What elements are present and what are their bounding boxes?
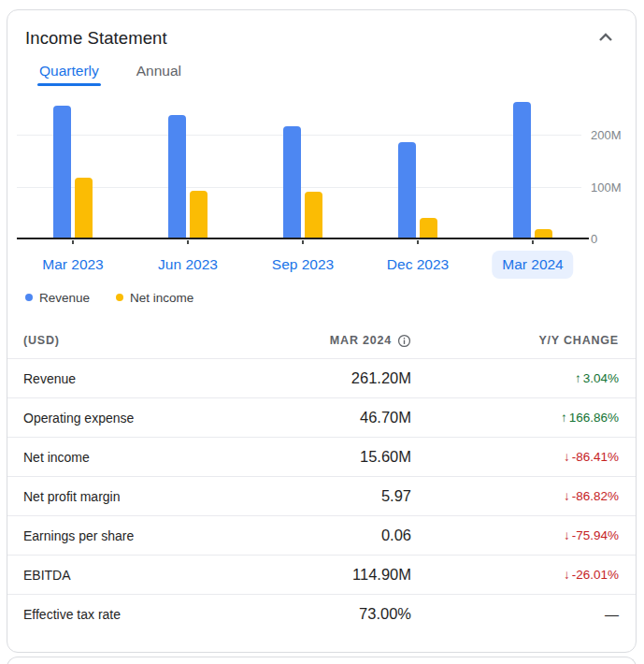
change-value: -86.41% — [572, 450, 619, 464]
info-icon[interactable] — [397, 334, 411, 348]
row-change: ↓-86.41% — [411, 450, 619, 464]
x-axis-tick — [187, 240, 189, 244]
row-label: Operating expense — [23, 411, 234, 426]
row-change: ↓-86.82% — [411, 489, 619, 503]
row-value: 15.60M — [234, 448, 411, 466]
chevron-up-icon — [598, 32, 613, 46]
change-value: 166.86% — [569, 411, 619, 425]
change-value: — — [605, 606, 619, 622]
x-axis-label-mar-2023[interactable]: Mar 2023 — [32, 251, 113, 279]
row-label: Effective tax rate — [23, 607, 234, 622]
row-change: ↑166.86% — [411, 411, 619, 425]
arrow-down-icon: ↓ — [564, 450, 570, 464]
chart-legend: RevenueNet income — [25, 287, 636, 308]
arrow-up-icon: ↑ — [575, 371, 581, 385]
collapse-button[interactable] — [596, 30, 615, 48]
change-value: 3.04% — [583, 371, 619, 385]
bar-revenue-mar-2023[interactable] — [53, 106, 71, 238]
legend-item-revenue: Revenue — [25, 291, 90, 305]
table-row-effective-tax-rate: Effective tax rate73.00%— — [7, 594, 636, 633]
row-value: 5.97 — [234, 487, 411, 505]
row-label: Earnings per share — [23, 528, 234, 543]
row-label: Net income — [23, 450, 234, 465]
tab-quarterly[interactable]: Quarterly — [37, 63, 101, 86]
row-value: 261.20M — [234, 369, 411, 387]
legend-label: Net income — [130, 291, 193, 305]
y-axis-label-100M: 100M — [591, 180, 634, 195]
bar-revenue-sep-2023[interactable] — [283, 126, 301, 238]
card-title: Income Statement — [25, 28, 167, 49]
legend-dot-icon — [116, 294, 123, 301]
x-axis-label-dec-2023[interactable]: Dec 2023 — [377, 251, 459, 279]
table-header-row: (USD) MAR 2024 Y/Y CHANGE — [7, 323, 636, 358]
period-tabs: Quarterly Annual — [37, 63, 636, 86]
bar-revenue-dec-2023[interactable] — [398, 142, 416, 238]
table-row-net-profit-margin: Net profit margin5.97↓-86.82% — [7, 476, 636, 515]
x-axis-baseline — [17, 238, 589, 239]
x-axis-label-jun-2023[interactable]: Jun 2023 — [148, 251, 228, 279]
x-axis-label-sep-2023[interactable]: Sep 2023 — [262, 251, 344, 279]
change-value: -86.82% — [572, 489, 619, 503]
bar-net-income-jun-2023[interactable] — [190, 191, 208, 238]
bar-revenue-mar-2024[interactable] — [513, 102, 531, 238]
row-change: ↓-26.01% — [411, 568, 619, 582]
change-value: -75.94% — [572, 528, 619, 542]
bar-net-income-mar-2023[interactable] — [75, 178, 93, 238]
period-header: MAR 2024 — [234, 334, 411, 348]
card-header: Income Statement — [7, 10, 636, 49]
change-value: -26.01% — [572, 568, 619, 582]
row-label: Revenue — [23, 371, 234, 386]
bar-net-income-sep-2023[interactable] — [305, 192, 322, 238]
arrow-up-icon: ↑ — [561, 411, 567, 425]
row-value: 114.90M — [234, 566, 411, 584]
row-value: 46.70M — [234, 409, 411, 426]
row-value: 0.06 — [234, 527, 411, 544]
table-row-operating-expense: Operating expense46.70M↑166.86% — [7, 397, 636, 437]
y-axis-label-200M: 200M — [591, 128, 634, 142]
change-header: Y/Y CHANGE — [411, 334, 619, 347]
table-row-earnings-per-share: Earnings per share0.06↓-75.94% — [7, 515, 636, 555]
arrow-down-icon: ↓ — [564, 568, 570, 582]
x-axis-tick — [532, 240, 534, 244]
page: { "header": { "title": "Income Statement… — [0, 0, 644, 664]
x-axis-tick — [302, 240, 304, 244]
chart-plot-area: 0100M200M — [7, 97, 636, 239]
tab-annual[interactable]: Annual — [135, 63, 183, 86]
row-label: Net profit margin — [23, 489, 234, 504]
row-change: ↓-75.94% — [411, 528, 619, 542]
income-chart: 0100M200M Mar 2023Jun 2023Sep 2023Dec 20… — [7, 97, 636, 308]
income-statement-card: Income Statement Quarterly Annual 0100M2… — [7, 9, 637, 653]
x-axis-tick — [417, 240, 419, 244]
financials-table: (USD) MAR 2024 Y/Y CHANGE Revenue261.20M… — [7, 323, 636, 633]
table-row-net-income: Net income15.60M↓-86.41% — [7, 437, 636, 476]
row-value: 73.00% — [234, 605, 411, 623]
arrow-down-icon: ↓ — [564, 489, 570, 503]
x-axis-label-mar-2024[interactable]: Mar 2024 — [492, 251, 573, 279]
y-axis-label-0: 0 — [591, 232, 634, 246]
legend-item-net-income: Net income — [116, 291, 193, 305]
row-label: EBITDA — [23, 568, 234, 583]
bar-net-income-dec-2023[interactable] — [420, 218, 437, 238]
row-change: — — [411, 606, 619, 622]
row-change: ↑3.04% — [411, 371, 619, 385]
next-card-top-edge — [7, 657, 637, 664]
unit-header: (USD) — [23, 334, 234, 347]
legend-label: Revenue — [39, 291, 90, 305]
bar-net-income-mar-2024[interactable] — [535, 229, 552, 238]
table-body: Revenue261.20M↑3.04%Operating expense46.… — [7, 358, 636, 633]
x-axis-tick — [72, 240, 74, 244]
legend-dot-icon — [25, 294, 33, 301]
arrow-down-icon: ↓ — [564, 528, 570, 542]
table-row-revenue: Revenue261.20M↑3.04% — [7, 358, 636, 397]
table-row-ebitda: EBITDA114.90M↓-26.01% — [7, 555, 636, 594]
bar-revenue-jun-2023[interactable] — [168, 115, 186, 238]
chart-x-axis-labels: Mar 2023Jun 2023Sep 2023Dec 2023Mar 2024 — [7, 246, 636, 285]
